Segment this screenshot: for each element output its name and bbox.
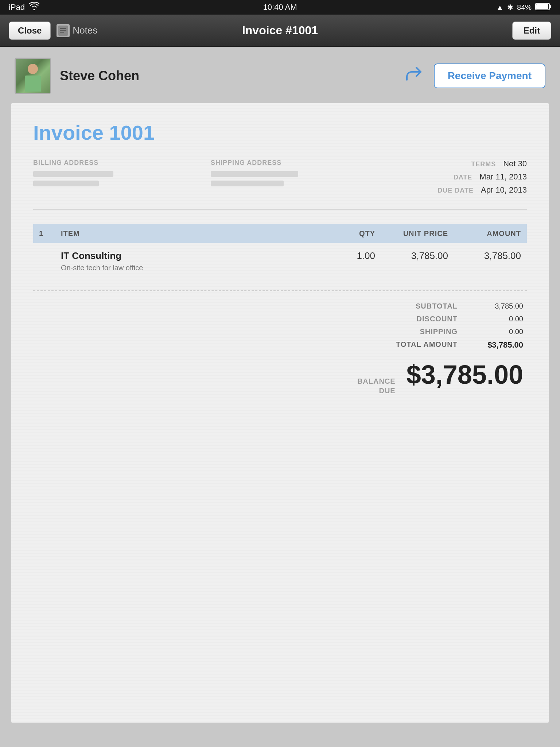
avatar-head xyxy=(28,64,38,74)
col-header-unit-price: UNIT PRICE xyxy=(381,224,454,243)
customer-name: Steve Cohen xyxy=(60,68,139,84)
battery-label: 84% xyxy=(517,3,532,12)
shipping-address-line2 xyxy=(211,181,284,186)
billing-address-line1 xyxy=(33,171,113,177)
terms-label: TERMS xyxy=(471,160,496,168)
svg-rect-4 xyxy=(60,28,66,29)
balance-due-label: BALANCE DUE xyxy=(357,376,396,395)
avatar-body xyxy=(25,76,41,92)
invoice-title-row: Invoice 1001 xyxy=(33,121,527,144)
item-amount: 3,785.00 xyxy=(454,243,527,276)
shipping-row: SHIPPING 0.00 xyxy=(341,328,523,336)
terms-col: TERMS Net 30 DATE Mar 11, 2013 DUE DATE … xyxy=(388,159,527,198)
discount-row: DISCOUNT 0.00 xyxy=(341,315,523,323)
ipad-label: iPad xyxy=(9,3,25,12)
item-num xyxy=(33,243,55,276)
item-name: IT Consulting xyxy=(61,250,324,262)
status-bar-time: 10:40 AM xyxy=(263,3,297,12)
close-button[interactable]: Close xyxy=(9,22,51,40)
nav-bar-left: Close Notes xyxy=(9,22,97,40)
billing-address-line2 xyxy=(33,181,99,186)
shipping-address-label: SHIPPING ADDRESS xyxy=(211,159,388,167)
avatar xyxy=(15,58,51,94)
notes-label: Notes xyxy=(73,25,97,36)
status-bar-left: iPad xyxy=(9,2,39,12)
due-date-value: Apr 10, 2013 xyxy=(481,185,527,195)
item-qty: 1.00 xyxy=(330,243,381,276)
notes-button[interactable]: Notes xyxy=(57,24,97,37)
discount-value: 0.00 xyxy=(479,315,523,323)
subtotal-row: SUBTOTAL 3,785.00 xyxy=(341,302,523,310)
subtotal-label: SUBTOTAL xyxy=(377,302,458,310)
nav-title: Invoice #1001 xyxy=(242,24,318,37)
balance-due-section: BALANCE DUE $3,785.00 xyxy=(33,361,527,395)
status-bar: iPad 10:40 AM ▲ ✱ 84% xyxy=(0,0,560,15)
subtotal-value: 3,785.00 xyxy=(479,302,523,310)
total-amount-row: TOTAL AMOUNT $3,785.00 xyxy=(341,340,523,350)
share-button[interactable] xyxy=(404,65,423,87)
receive-payment-button[interactable]: Receive Payment xyxy=(434,63,545,88)
totals-section: SUBTOTAL 3,785.00 DISCOUNT 0.00 SHIPPING… xyxy=(33,302,527,354)
battery-icon xyxy=(535,3,551,12)
date-value: Mar 11, 2013 xyxy=(479,172,527,182)
status-bar-right: ▲ ✱ 84% xyxy=(496,3,551,12)
invoice-meta-row: BILLING ADDRESS SHIPPING ADDRESS TERMS N… xyxy=(33,159,527,210)
shipping-label: SHIPPING xyxy=(377,328,458,336)
table-header: 1 ITEM QTY UNIT PRICE AMOUNT xyxy=(33,224,527,243)
item-unit-price: 3,785.00 xyxy=(381,243,454,276)
invoice-title: Invoice 1001 xyxy=(33,121,527,144)
totals-separator xyxy=(33,290,527,291)
item-details: IT Consulting On-site tech for law offic… xyxy=(55,243,330,276)
invoice-number: 1001 xyxy=(109,121,155,144)
avatar-image xyxy=(16,59,50,93)
col-header-qty: QTY xyxy=(330,224,381,243)
wifi-icon xyxy=(29,2,39,12)
terms-row: TERMS Net 30 xyxy=(388,159,527,169)
shipping-address-col: SHIPPING ADDRESS xyxy=(211,159,388,190)
edit-button[interactable]: Edit xyxy=(512,22,551,40)
svg-rect-1 xyxy=(549,5,551,8)
terms-value: Net 30 xyxy=(503,159,527,169)
date-label: DATE xyxy=(454,174,472,181)
col-header-item: ITEM xyxy=(55,224,330,243)
svg-rect-2 xyxy=(536,4,548,9)
svg-rect-6 xyxy=(60,32,64,33)
billing-address-label: BILLING ADDRESS xyxy=(33,159,211,167)
item-description: On-site tech for law office xyxy=(61,264,324,272)
customer-info: Steve Cohen xyxy=(15,58,139,94)
bluetooth-icon: ✱ xyxy=(507,3,513,12)
location-icon: ▲ xyxy=(496,3,503,12)
invoice-title-text: Invoice xyxy=(33,121,104,144)
discount-label: DISCOUNT xyxy=(377,315,458,323)
table-row: IT Consulting On-site tech for law offic… xyxy=(33,243,527,276)
svg-rect-5 xyxy=(60,30,66,31)
main-content: Steve Cohen Receive Payment Invoice 1001… xyxy=(0,47,560,747)
total-amount-label: TOTAL AMOUNT xyxy=(377,340,458,350)
shipping-value: 0.00 xyxy=(479,328,523,336)
total-amount-value: $3,785.00 xyxy=(479,340,523,350)
invoice-document: Invoice 1001 BILLING ADDRESS SHIPPING AD… xyxy=(11,103,549,723)
invoice-table: 1 ITEM QTY UNIT PRICE AMOUNT IT Consulti… xyxy=(33,224,527,276)
table-body: IT Consulting On-site tech for law offic… xyxy=(33,243,527,276)
balance-due-amount: $3,785.00 xyxy=(407,361,523,388)
customer-header: Steve Cohen Receive Payment xyxy=(11,58,549,94)
due-date-label: DUE DATE xyxy=(438,187,474,194)
col-header-num: 1 xyxy=(33,224,55,243)
shipping-address-line1 xyxy=(211,171,298,177)
date-row: DATE Mar 11, 2013 xyxy=(388,172,527,182)
notes-icon xyxy=(57,24,70,37)
billing-address-col: BILLING ADDRESS xyxy=(33,159,211,190)
nav-bar: Close Notes Invoice #1001 Edit xyxy=(0,15,560,47)
due-date-row: DUE DATE Apr 10, 2013 xyxy=(388,185,527,195)
col-header-amount: AMOUNT xyxy=(454,224,527,243)
header-actions: Receive Payment xyxy=(404,63,545,88)
